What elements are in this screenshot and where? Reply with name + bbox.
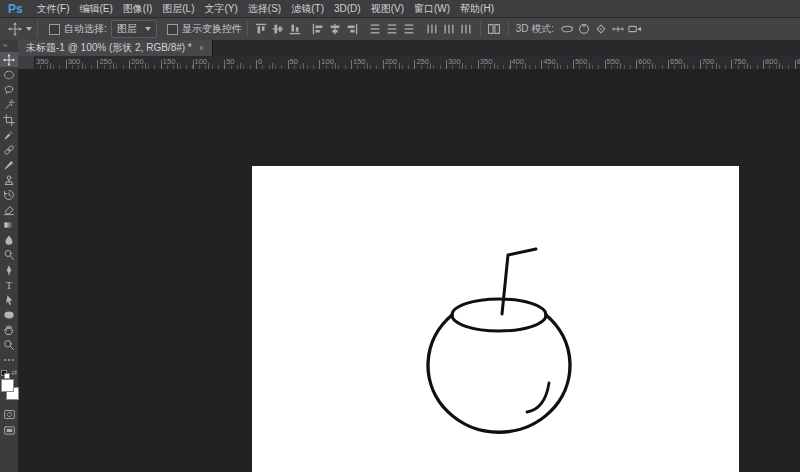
ruler-major-tick — [414, 60, 415, 69]
ruler-major-tick — [700, 60, 701, 69]
dodge-tool[interactable] — [0, 247, 18, 262]
document-viewport[interactable] — [18, 69, 800, 472]
history-brush-tool[interactable] — [0, 187, 18, 202]
ruler-major-tick — [605, 60, 606, 69]
ruler-corner — [18, 56, 35, 69]
horizontal-ruler[interactable]: 3503002502001501005005010015020025030035… — [18, 56, 800, 70]
document-title: 未标题-1 @ 100% (形状 2, RGB/8#) * — [26, 41, 192, 55]
menu-item[interactable]: 编辑(E) — [74, 2, 117, 16]
dist-top-icon[interactable] — [368, 22, 383, 37]
ruler-label: 300 — [68, 57, 81, 66]
menubar: Ps 文件(F)编辑(E)图像(I)图层(L)文字(Y)选择(S)滤镜(T)3D… — [0, 0, 800, 18]
ruler-label: 300 — [448, 57, 461, 66]
auto-select-dropdown[interactable]: 图层 — [111, 20, 157, 38]
healing-brush-tool[interactable] — [0, 142, 18, 157]
align-hcenter-icon[interactable] — [328, 22, 343, 37]
menu-item[interactable]: 视图(V) — [366, 2, 409, 16]
ruler-label: 250 — [416, 57, 429, 66]
menu-item[interactable]: 选择(S) — [243, 2, 286, 16]
dist-left-icon[interactable] — [425, 22, 440, 37]
eyedropper-tool[interactable] — [0, 127, 18, 142]
photoshop-logo: Ps — [0, 2, 32, 16]
menu-item[interactable]: 文件(F) — [32, 2, 75, 16]
3d-pan-icon[interactable] — [593, 22, 608, 37]
align-right-icon[interactable] — [345, 22, 360, 37]
default-colors-icon[interactable] — [1, 370, 8, 377]
swap-colors-icon[interactable]: ⇄ — [11, 369, 17, 377]
gradient-tool[interactable] — [0, 217, 18, 232]
chevron-down-icon — [26, 27, 32, 31]
close-icon[interactable]: × — [199, 43, 204, 53]
brush-tool[interactable] — [0, 157, 18, 172]
move-icon — [7, 22, 22, 37]
collapse-panel-icon[interactable]: » — [0, 40, 7, 52]
canvas[interactable] — [252, 166, 739, 472]
show-transform-checkbox[interactable] — [167, 24, 178, 35]
quick-mask-mode-icon[interactable] — [0, 406, 18, 422]
auto-select-dropdown-value: 图层 — [117, 22, 137, 36]
document-tab-bar: 未标题-1 @ 100% (形状 2, RGB/8#) * × — [18, 40, 800, 57]
ruler-label: 550 — [607, 57, 620, 66]
menu-item[interactable]: 帮助(H) — [455, 2, 499, 16]
menu-item[interactable]: 图像(I) — [118, 2, 157, 16]
auto-select-label: 自动选择: — [64, 22, 107, 36]
align-bottom-icon[interactable] — [288, 22, 303, 37]
3d-roll-icon[interactable] — [576, 22, 591, 37]
ruler-major-tick — [383, 60, 384, 69]
magic-wand-tool[interactable] — [0, 97, 18, 112]
auto-align-layers-icon[interactable] — [487, 22, 502, 37]
more-tools[interactable] — [0, 352, 18, 367]
eraser-tool[interactable] — [0, 202, 18, 217]
elliptical-marquee-tool[interactable] — [0, 67, 18, 82]
tool-preset-picker[interactable] — [6, 22, 32, 37]
move-tool[interactable] — [0, 52, 18, 67]
auto-select-checkbox[interactable] — [49, 24, 60, 35]
lasso-tool[interactable] — [0, 82, 18, 97]
ruler-label: 400 — [512, 57, 525, 66]
3d-camera-icon[interactable] — [627, 22, 642, 37]
pen-tool[interactable] — [0, 262, 18, 277]
ruler-label: 100 — [321, 57, 334, 66]
align-vcenter-icon[interactable] — [271, 22, 286, 37]
ruler-label: 50 — [226, 57, 234, 66]
ruler-label: 50 — [290, 57, 298, 66]
dist-vcenter-icon[interactable] — [385, 22, 400, 37]
highlight-arc — [527, 383, 549, 412]
dist-hcenter-icon[interactable] — [442, 22, 457, 37]
type-tool[interactable]: T — [0, 277, 18, 292]
chevron-down-icon — [145, 27, 151, 31]
3d-slide-icon[interactable] — [610, 22, 625, 37]
align-left-icon[interactable] — [311, 22, 326, 37]
separator — [480, 21, 481, 37]
menu-item[interactable]: 滤镜(T) — [286, 2, 329, 16]
separator — [508, 21, 509, 37]
screen-mode-icon[interactable] — [0, 422, 18, 438]
ruler-major-tick — [224, 60, 225, 69]
menu-item[interactable]: 窗口(W) — [409, 2, 455, 16]
foreground-color-swatch[interactable] — [1, 379, 14, 392]
menu-item[interactable]: 图层(L) — [157, 2, 199, 16]
ruler-label: 350 — [480, 57, 493, 66]
blur-tool[interactable] — [0, 232, 18, 247]
path-selection-tool[interactable] — [0, 292, 18, 307]
ruler-major-tick — [731, 60, 732, 69]
separator — [37, 21, 38, 37]
document-tab[interactable]: 未标题-1 @ 100% (形状 2, RGB/8#) * × — [18, 40, 213, 56]
align-top-icon[interactable] — [254, 22, 269, 37]
hand-tool[interactable] — [0, 322, 18, 337]
separator — [247, 21, 248, 37]
menu-item[interactable]: 文字(Y) — [200, 2, 243, 16]
3d-orbit-icon[interactable] — [559, 22, 574, 37]
menu-item[interactable]: 3D(D) — [329, 3, 366, 14]
ruler-major-tick — [319, 60, 320, 69]
clone-stamp-tool[interactable] — [0, 172, 18, 187]
ruler-label: 150 — [163, 57, 176, 66]
zoom-tool[interactable] — [0, 337, 18, 352]
dist-right-icon[interactable] — [459, 22, 474, 37]
ruler-label: 200 — [131, 57, 144, 66]
shape-tool[interactable] — [0, 307, 18, 322]
dist-bottom-icon[interactable] — [402, 22, 417, 37]
ruler-major-tick — [510, 60, 511, 69]
crop-tool[interactable] — [0, 112, 18, 127]
coconut-body — [428, 315, 570, 432]
